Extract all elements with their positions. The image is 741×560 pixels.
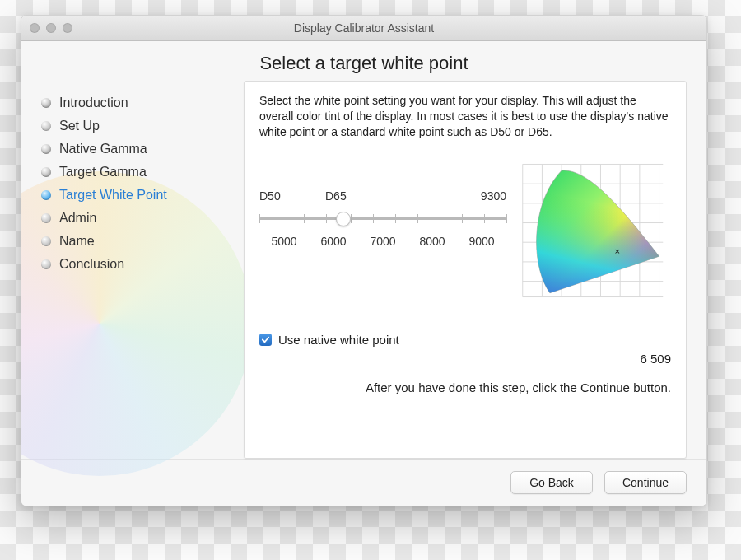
slider-tick-6000: 6000: [309, 235, 358, 248]
step-bullet-icon: [41, 121, 51, 131]
continue-hint: After you have done this step, click the…: [259, 380, 671, 394]
white-point-slider[interactable]: [259, 217, 506, 220]
slider-tick-9000: 9000: [457, 235, 506, 248]
step-label: Introduction: [59, 96, 128, 110]
step-bullet-icon: [41, 144, 51, 154]
use-native-label: Use native white point: [278, 333, 399, 347]
step-label: Admin: [59, 211, 96, 226]
slider-named-labels: D50 D65 9300: [259, 189, 506, 203]
step-conclusion: Conclusion: [41, 257, 244, 272]
step-label: Target White Point: [59, 188, 167, 203]
step-native-gamma: Native Gamma: [41, 142, 244, 156]
page-title: Select a target white point: [21, 53, 706, 74]
step-label: Target Gamma: [59, 165, 147, 180]
step-bullet-icon: [41, 236, 51, 246]
step-label: Conclusion: [59, 257, 124, 272]
checkmark-icon: [261, 335, 270, 344]
step-set-up: Set Up: [41, 119, 244, 133]
button-label: Continue: [622, 476, 669, 489]
step-label: Native Gamma: [59, 142, 147, 156]
titlebar: Display Calibrator Assistant: [21, 16, 706, 41]
step-bullet-icon: [41, 190, 51, 200]
use-native-checkbox[interactable]: [259, 334, 272, 346]
slider-label-9300: 9300: [416, 189, 506, 203]
slider-tick-8000: 8000: [408, 235, 457, 248]
step-target-gamma: Target Gamma: [41, 165, 244, 180]
step-label: Set Up: [59, 119, 100, 133]
step-admin: Admin: [41, 211, 244, 226]
continue-button[interactable]: Continue: [604, 471, 687, 494]
slider-label-d65: D65: [325, 189, 416, 203]
slider-numeric-labels: 5000 6000 7000 8000 9000: [259, 235, 506, 248]
step-target-white-point: Target White Point: [41, 188, 244, 203]
white-point-marker-icon: ×: [615, 246, 621, 256]
slider-thumb[interactable]: [336, 212, 351, 226]
step-bullet-icon: [41, 259, 51, 269]
step-introduction: Introduction: [41, 96, 244, 110]
step-name: Name: [41, 234, 244, 249]
step-bullet-icon: [41, 213, 51, 223]
step-bullet-icon: [41, 167, 51, 177]
content-panel: Select the white point setting you want …: [244, 81, 687, 459]
sidebar: Introduction Set Up Native Gamma Ta: [21, 81, 244, 459]
step-label: Name: [59, 234, 95, 249]
description-text: Select the white point setting you want …: [259, 93, 671, 140]
slider-tick-5000: 5000: [259, 235, 309, 248]
white-point-value: 6 509: [259, 352, 671, 366]
go-back-button[interactable]: Go Back: [510, 471, 593, 494]
gamut-diagram: ×: [515, 156, 671, 305]
assistant-window: Display Calibrator Assistant Select a ta…: [21, 15, 707, 506]
step-bullet-icon: [41, 98, 51, 108]
button-label: Go Back: [529, 476, 574, 489]
slider-tick-7000: 7000: [358, 235, 408, 248]
window-title: Display Calibrator Assistant: [21, 21, 706, 35]
